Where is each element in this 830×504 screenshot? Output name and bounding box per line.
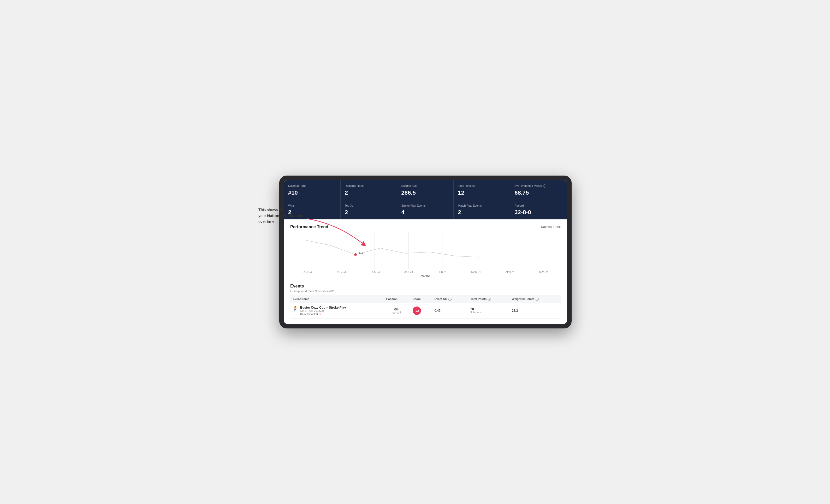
month-mar24: MAR 24 bbox=[471, 271, 480, 273]
stat-avg-weighted-points: Avg. Weighted Points i 68.75 bbox=[510, 180, 567, 200]
events-last-updated: Last updated: 24th November 2023 bbox=[290, 290, 561, 293]
event-main-name: Buster Cozy Cup – Stroke Play bbox=[300, 306, 346, 309]
event-position-sub: out of 7 bbox=[386, 311, 408, 314]
performance-trend-title: Performance Trend bbox=[290, 225, 328, 229]
events-table-body: 🏌 Buster Cozy Cup – Stroke Play Oct 9 – … bbox=[290, 303, 561, 318]
total-points-info-icon[interactable]: i bbox=[488, 298, 491, 301]
stat-top3s-value: 2 bbox=[345, 209, 393, 216]
score-badge: -22 bbox=[413, 306, 421, 315]
stat-match-play-label: Match Play Events bbox=[458, 204, 506, 207]
stat-national-rank-label: National Rank bbox=[288, 184, 336, 188]
stat-top3s-label: Top 3s bbox=[345, 204, 393, 207]
table-row: 🏌 Buster Cozy Cup – Stroke Play Oct 9 – … bbox=[290, 303, 561, 318]
col-event-sg: Event SG i bbox=[432, 295, 468, 303]
event-sg-info-icon[interactable]: i bbox=[448, 298, 451, 301]
events-title: Events bbox=[290, 284, 561, 289]
event-score-cell: -22 bbox=[410, 303, 432, 318]
month-oct23: OCT 23 bbox=[302, 271, 312, 273]
rank-impact: Rank Impact: 3 ▼ bbox=[300, 313, 346, 316]
month-dec23: DEC 23 bbox=[371, 271, 380, 273]
stats-bottom-row: Wins 2 Top 3s 2 Stroke Play Events 4 Mat… bbox=[284, 200, 567, 220]
stat-regional-rank: Regional Rank 2 bbox=[341, 180, 397, 200]
stat-total-rounds-label: Total Rounds bbox=[458, 184, 506, 188]
month-apr24: APR 24 bbox=[506, 271, 514, 273]
events-table-header-row: Event Name Position Score Event SG i Tot… bbox=[290, 295, 561, 303]
tooltip-annotation: This shows you your National Rank trend … bbox=[258, 207, 311, 225]
stat-avg-weighted-label: Avg. Weighted Points i bbox=[514, 184, 563, 188]
performance-chart: #10 OCT 23 NOV 23 DEC 23 JAN 24 FEB 24 M… bbox=[290, 232, 561, 277]
chart-rank-dot bbox=[354, 253, 357, 256]
stat-stroke-play-label: Stroke Play Events bbox=[402, 204, 449, 207]
stats-header: National Rank #10 Regional Rank 2 Scorin… bbox=[284, 180, 567, 220]
event-weighted-points-cell: 28.3 bbox=[509, 303, 561, 318]
event-sg-cell: 0.45 bbox=[432, 303, 468, 318]
stat-record-value: 32-8-0 bbox=[514, 209, 563, 216]
rank-arrow-down-icon: ▼ bbox=[319, 313, 321, 316]
col-weighted-points: Weighted Points i bbox=[509, 295, 561, 303]
avg-weighted-info-icon[interactable]: i bbox=[543, 184, 546, 188]
stat-national-rank-value: #10 bbox=[288, 190, 336, 196]
month-feb24: FEB 24 bbox=[438, 271, 446, 273]
event-position-cell: 6th out of 7 bbox=[384, 303, 410, 318]
chart-x-axis-title: Months bbox=[290, 274, 561, 277]
stat-regional-rank-value: 2 bbox=[345, 190, 393, 196]
performance-trend-subtitle: National Rank bbox=[541, 225, 561, 229]
tablet-screen: National Rank #10 Regional Rank 2 Scorin… bbox=[284, 180, 567, 324]
stat-regional-rank-label: Regional Rank bbox=[345, 184, 393, 188]
stat-total-rounds-value: 12 bbox=[458, 190, 506, 196]
stat-record-label: Record bbox=[514, 204, 563, 207]
performance-trend-section: Performance Trend National Rank bbox=[290, 225, 561, 277]
event-total-points-cell: 28.3 3 Rounds bbox=[468, 303, 509, 318]
performance-trend-header: Performance Trend National Rank bbox=[290, 225, 561, 229]
col-position: Position bbox=[384, 295, 410, 303]
stat-national-rank: National Rank #10 bbox=[284, 180, 341, 200]
month-jan24: JAN 24 bbox=[405, 271, 413, 273]
events-table-head: Event Name Position Score Event SG i Tot… bbox=[290, 295, 561, 303]
stat-match-play-value: 2 bbox=[458, 209, 506, 216]
weighted-points-info-icon[interactable]: i bbox=[536, 298, 539, 301]
events-section: Events Last updated: 24th November 2023 … bbox=[290, 284, 561, 318]
stat-stroke-play-events: Stroke Play Events 4 bbox=[397, 200, 454, 220]
stat-total-rounds: Total Rounds 12 bbox=[454, 180, 510, 200]
event-position-main: 6th bbox=[386, 307, 408, 311]
stats-top-row: National Rank #10 Regional Rank 2 Scorin… bbox=[284, 180, 567, 200]
col-event-name: Event Name bbox=[290, 295, 384, 303]
stat-stroke-play-value: 4 bbox=[402, 209, 449, 216]
chart-rank-label: #10 bbox=[359, 251, 363, 254]
event-name-cell: 🏌 Buster Cozy Cup – Stroke Play Oct 9 – … bbox=[290, 303, 384, 318]
chart-area: #10 bbox=[290, 232, 561, 269]
col-total-points: Total Points i bbox=[468, 295, 509, 303]
stat-top3s: Top 3s 2 bbox=[341, 200, 397, 220]
col-score: Score bbox=[410, 295, 432, 303]
chart-months-row: OCT 23 NOV 23 DEC 23 JAN 24 FEB 24 MAR 2… bbox=[290, 269, 561, 274]
month-may24: MAY 24 bbox=[539, 271, 548, 273]
event-date: Oct 9 – Oct 10, 2023 bbox=[300, 309, 346, 312]
chart-svg: #10 bbox=[290, 232, 561, 269]
scene: This shows you your National Rank trend … bbox=[258, 175, 572, 329]
tablet-device: National Rank #10 Regional Rank 2 Scorin… bbox=[279, 175, 572, 329]
stat-scoring-avg-label: Scoring Avg. bbox=[402, 184, 449, 188]
stat-avg-weighted-value: 68.75 bbox=[514, 190, 563, 196]
events-header: Events bbox=[290, 284, 561, 289]
events-table: Event Name Position Score Event SG i Tot… bbox=[290, 295, 561, 318]
stat-record: Record 32-8-0 bbox=[510, 200, 567, 220]
month-nov23: NOV 23 bbox=[337, 271, 346, 273]
stat-scoring-avg-value: 286.5 bbox=[402, 190, 449, 196]
content-area: Performance Trend National Rank bbox=[284, 220, 567, 324]
golf-icon: 🏌 bbox=[293, 306, 298, 311]
stat-scoring-avg: Scoring Avg. 286.5 bbox=[397, 180, 454, 200]
stat-match-play-events: Match Play Events 2 bbox=[454, 200, 510, 220]
